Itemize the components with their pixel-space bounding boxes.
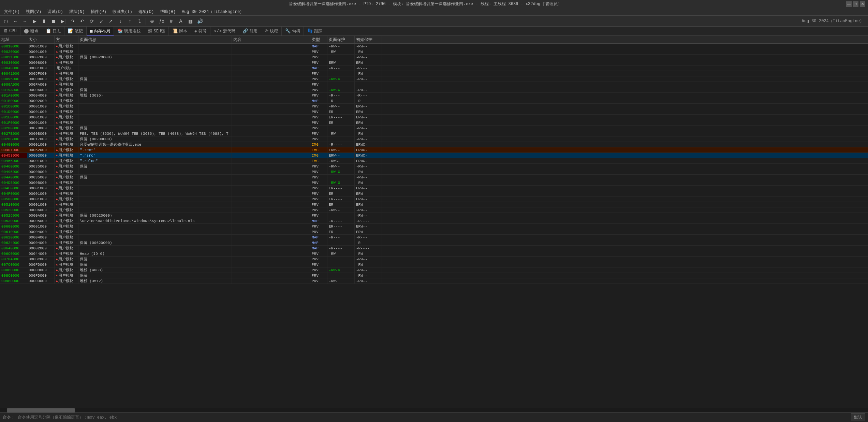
toolbar-btn-16[interactable]: ⊕	[148, 17, 157, 26]
table-row[interactable]: 00704000000BC000▲用户模块保留PRV-RW--	[0, 257, 868, 262]
col-hdr-地址[interactable]: 地址	[0, 36, 27, 43]
table-row[interactable]: 0004000000001000用户模块MAP-R----R---	[0, 66, 868, 71]
cmd-input[interactable]	[18, 415, 848, 420]
table-row[interactable]: 007C0000000FD000▲用户模块保留PRV-RW--	[0, 262, 868, 267]
toolbar-btn-8[interactable]: ↶	[78, 17, 87, 26]
table-row[interactable]: 004A000000035000▲用户模块保留PRV-RW--	[0, 175, 868, 180]
table-row[interactable]: 0060000000001000▲用户模块PRVER----ERW--	[0, 224, 868, 229]
col-hdr-类型[interactable]: 类型	[310, 36, 327, 43]
table-row[interactable]: 008C0000000FD000▲用户模块保留PRV-RW--	[0, 273, 868, 278]
toolbar-btn-0[interactable]: ⭮	[1, 17, 10, 26]
col-hdr-页面信息[interactable]: 页面信息	[78, 36, 232, 43]
menu-item-P[interactable]: 插件(P)	[88, 8, 109, 15]
table-row[interactable]: 008BD00000003000▲用户模块堆栈 (4088)PRV-RW-G-R…	[0, 267, 868, 273]
table-row[interactable]: 001C000000001000▲用户模块PRV-RW--ERW--	[0, 104, 868, 109]
table-row[interactable]: 0045600000001000▲用户模块 ".reloc"IMG-RWC-ER…	[0, 158, 868, 164]
default-button[interactable]: 默认	[851, 413, 865, 421]
table-row[interactable]: 004950000000B000▲用户模块PRV-RW-G-RW--	[0, 169, 868, 175]
table-row[interactable]: 0028B00000017000▲用户模块保留 (00200000)PRV-RW…	[0, 136, 868, 142]
table-row[interactable]: 0003000000008000▲用户模块PRVERW--ERW--	[0, 60, 868, 66]
toolbar-btn-18[interactable]: #	[167, 17, 176, 26]
table-row[interactable]: 005260000000A000▲用户模块保留 (00520000)PRV-RW…	[0, 213, 868, 218]
menu-item-I[interactable]: 收藏夹(I)	[110, 8, 135, 15]
horizontal-scrollbar[interactable]	[0, 408, 868, 412]
toolbar-btn-10[interactable]: ↙	[97, 17, 106, 26]
menu-item-D[interactable]: 调试(D)	[45, 8, 66, 15]
tab-memory[interactable]: ▦内存布局	[87, 27, 114, 36]
table-row[interactable]: 001D000000001000▲用户模块PRVER----ERW--	[0, 109, 868, 115]
table-row[interactable]: 001B000000002000▲用户模块MAP-R----R---	[0, 98, 868, 104]
table-row[interactable]: 0040000000001000▲用户模块音爱破解培训第一课选修作业四.exeI…	[0, 142, 868, 147]
table-row[interactable]: 0051000000001000▲用户模块PRVER----ERW--	[0, 202, 868, 207]
table-row[interactable]: 0046000000035000▲用户模块保留PRV-RW---RW--	[0, 164, 868, 169]
tab-cpu[interactable]: 🖥CPU	[0, 27, 20, 35]
col-hdr-页面保护[interactable]: 页面保护	[327, 36, 355, 43]
main-table[interactable]: 0001000000001000▲用户模块MAP-RW---RW--000200…	[0, 44, 868, 408]
tab-reference[interactable]: 🔗引用	[239, 27, 261, 35]
table-row[interactable]: 001A000000004000▲用户模块堆栈 (3636)PRV-R----R…	[0, 93, 868, 98]
toolbar-btn-13[interactable]: ↑	[126, 17, 134, 26]
toolbar-btn-20[interactable]: ▦	[186, 17, 195, 26]
toolbar-btn-1[interactable]: ←	[11, 17, 20, 26]
tab-breakpoint[interactable]: ⬤断点	[20, 27, 42, 35]
tab-callstack[interactable]: 📚调用堆栈	[114, 27, 144, 35]
tab-source[interactable]: </>源代码	[210, 27, 239, 35]
table-row[interactable]: 001E000000001000▲用户模块PRVER----ERW--	[0, 115, 868, 120]
toolbar-btn-12[interactable]: ↓	[116, 17, 125, 26]
tab-seh[interactable]: ⛓SEH链	[144, 27, 169, 35]
toolbar-btn-11[interactable]: ↗	[106, 17, 115, 26]
toolbar-btn-9[interactable]: ⟳	[87, 17, 96, 26]
toolbar-btn-7[interactable]: ↷	[68, 17, 77, 26]
toolbar-btn-14[interactable]: ⤵	[135, 17, 144, 26]
table-row[interactable]: 0040100000052000▲用户模块 ".text"IMGERW--ERW…	[0, 147, 868, 153]
table-row[interactable]: 0027B0000000B000▲用户模块PEB, TEB (3636), Wo…	[0, 131, 868, 136]
table-row[interactable]: 0061000000004000▲用户模块PRVER----ERW--	[0, 229, 868, 235]
toolbar-btn-5[interactable]: ⏹	[49, 17, 58, 26]
table-row[interactable]: 0062400000004000▲用户模块保留 (00620000)MAP-R-…	[0, 240, 868, 246]
tab-handle[interactable]: 🔧句柄	[282, 27, 304, 35]
close-button[interactable]: ✕	[860, 1, 865, 7]
toolbar-btn-2[interactable]: →	[20, 17, 29, 26]
menu-item-O[interactable]: 选项(O)	[136, 8, 157, 15]
menu-item-AugTitanEngine[interactable]: Aug 30 2024（TitanEngine）	[179, 8, 247, 15]
table-row[interactable]: 0001000000001000▲用户模块MAP-RW---RW--	[0, 44, 868, 49]
table-row[interactable]: 004F000000001000▲用户模块PRVER----ERW--	[0, 191, 868, 197]
toolbar-btn-17[interactable]: ƒx	[157, 17, 166, 26]
menu-item-F[interactable]: 文件(F)	[1, 8, 23, 15]
tab-log[interactable]: 📋日志	[42, 27, 64, 35]
tab-thread[interactable]: ⟳线程	[261, 27, 282, 35]
table-row[interactable]: 000410000005F000▲用户模块PRV-RW--	[0, 71, 868, 76]
table-row[interactable]: 0002100000007000▲用户模块保留 (00020000)PRV-RW…	[0, 55, 868, 60]
maximize-button[interactable]: □	[853, 1, 858, 7]
table-row[interactable]: 0045300000003000▲用户模块 ".rsrc"IMGERW--ERW…	[0, 153, 868, 158]
table-row[interactable]: 009BD00000003000▲用户模块堆栈 (3512)PRV-RW--RW…	[0, 278, 868, 284]
col-hdr-初始保护[interactable]: 初始保护	[355, 36, 382, 43]
col-hdr-方[interactable]: 方	[55, 36, 78, 43]
table-row[interactable]: 0064000000002000▲用户模块MAP-R-----R----	[0, 246, 868, 251]
table-row[interactable]: 0002000000001000▲用户模块PRV-RW---RW--	[0, 49, 868, 55]
table-row[interactable]: 0050000000001000▲用户模块PRVER----ERW--	[0, 197, 868, 202]
col-hdr-大小[interactable]: 大小	[27, 36, 55, 43]
tab-trace[interactable]: 👣跟踪	[304, 27, 326, 35]
table-row[interactable]: 0000A000000FA000▲用户模块PRV	[0, 82, 868, 87]
tab-script[interactable]: 📜脚本	[169, 27, 191, 35]
toolbar-btn-4[interactable]: ⏸	[40, 17, 48, 26]
table-row[interactable]: 0019A00000006000▲用户模块保留PRV-RW-G-RW--	[0, 87, 868, 93]
toolbar-btn-6[interactable]: ▶|	[59, 17, 68, 26]
table-row[interactable]: 006C000000044000▲用户模块Heap (ID 0)PRV-RW--…	[0, 251, 868, 257]
table-row[interactable]: 0053000000005000▲用户模块\Device\HarddiskVol…	[0, 218, 868, 224]
table-row[interactable]: 004E000000001000▲用户模块PRVER----ERW--	[0, 186, 868, 191]
table-row[interactable]: 001F000000001000▲用户模块PRVER----ERW--	[0, 120, 868, 126]
table-row[interactable]: 002000000007B000▲用户模块保留PRV-RW--	[0, 126, 868, 131]
col-hdr-内容[interactable]: 内容	[232, 36, 310, 43]
table-row[interactable]: 000950000000B000▲用户模块保留PRV-RW-G-RW--	[0, 76, 868, 82]
table-row[interactable]: 0052000000006000▲用户模块PRV-RW---RW--	[0, 207, 868, 213]
menu-item-V[interactable]: 视图(V)	[23, 8, 44, 15]
toolbar-btn-21[interactable]: 🔊	[195, 17, 204, 26]
menu-item-H[interactable]: 帮助(H)	[157, 8, 178, 15]
menu-item-N[interactable]: 跟踪(N)	[67, 8, 88, 15]
table-row[interactable]: 004D50000000B000▲用户模块PRV-RW-G-RW--	[0, 180, 868, 186]
tab-notes[interactable]: 📝笔记	[64, 27, 87, 35]
tab-symbol[interactable]: ◈符号	[191, 27, 210, 35]
toolbar-btn-3[interactable]: ▶	[30, 17, 39, 26]
